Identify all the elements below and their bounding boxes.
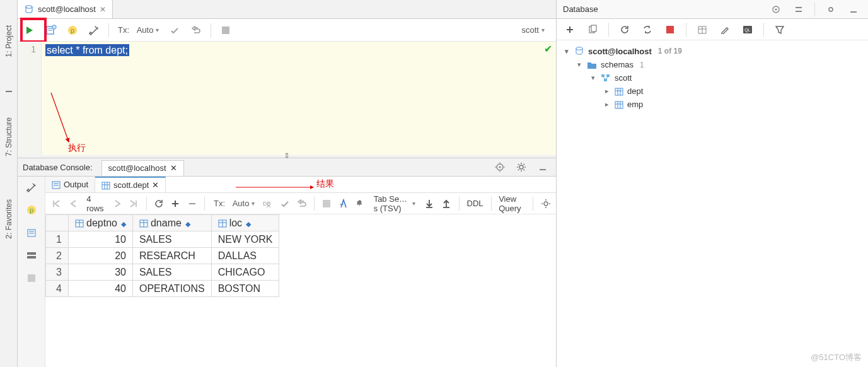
folder-icon [587, 61, 597, 69]
close-icon[interactable]: ✕ [100, 5, 106, 14]
parameters-button[interactable]: p [64, 22, 81, 38]
params-icon[interactable]: p [23, 202, 40, 218]
wrench-icon[interactable] [23, 179, 40, 195]
commit-button[interactable] [166, 22, 183, 38]
chevron-down-icon[interactable]: ▾ [576, 61, 583, 69]
close-icon[interactable]: ✕ [152, 180, 159, 190]
table-row[interactable]: 110SALESNEW YORK [46, 231, 279, 248]
add-row-button[interactable] [170, 195, 182, 212]
filter-icon[interactable] [772, 21, 788, 38]
new-datasource-button[interactable] [562, 21, 578, 38]
sidebar-project[interactable]: 1: Project [0, 0, 17, 82]
ddl-button[interactable]: DDL [467, 199, 483, 208]
stop-icon[interactable] [662, 21, 678, 38]
results-grid[interactable]: deptno◆ dname◆ loc◆ 110SALESNEW YORK220R… [45, 214, 556, 367]
svg-rect-77 [666, 26, 674, 33]
rollback-button[interactable] [188, 22, 204, 38]
duplicate-icon[interactable] [584, 21, 601, 38]
stop-button[interactable] [217, 22, 234, 38]
tab-output[interactable]: Output [45, 177, 95, 192]
col-dname[interactable]: dname◆ [132, 215, 211, 231]
compare-icon[interactable] [337, 195, 349, 212]
sidebar-structure[interactable]: 7: Structure [0, 96, 17, 178]
col-loc[interactable]: loc◆ [211, 215, 279, 231]
tree-schemas[interactable]: ▾ schemas 1 [562, 58, 863, 71]
db-commit-icon[interactable]: DB [262, 195, 274, 212]
chevron-right-icon[interactable]: ▸ [603, 100, 611, 108]
console-tab[interactable]: scott@localhost ✕ [101, 160, 184, 176]
split-resize[interactable]: ⇕ [18, 155, 556, 158]
tx-mode-select[interactable]: Tx: Auto ▾ [115, 25, 161, 35]
cell-loc[interactable]: BOSTON [211, 281, 279, 297]
prev-page-button[interactable] [67, 195, 79, 212]
svg-point-83 [576, 47, 582, 50]
view-query-button[interactable]: View Query [499, 194, 525, 213]
stop-icon[interactable] [321, 195, 333, 212]
cell-loc[interactable]: NEW YORK [211, 231, 279, 248]
table-row[interactable]: 440OPERATIONSBOSTON [46, 281, 279, 297]
cell-loc[interactable]: DALLAS [211, 248, 279, 264]
refresh-icon[interactable] [616, 21, 633, 38]
cell-dname[interactable]: RESEARCH [132, 248, 211, 264]
edit-icon[interactable] [717, 21, 733, 38]
delete-row-button[interactable] [187, 195, 199, 212]
editor-tab[interactable]: scott@localhost ✕ [18, 0, 113, 18]
minimize-icon[interactable] [0, 82, 17, 96]
sql-editor[interactable]: 1 select * from dept; ✔ 执行 [18, 42, 556, 155]
table-view-icon[interactable] [694, 21, 710, 38]
commit-icon[interactable] [279, 195, 291, 212]
cell-dname[interactable]: OPERATIONS [132, 281, 211, 297]
pin-icon[interactable] [354, 195, 366, 212]
chevron-down-icon[interactable]: ▾ [563, 47, 570, 55]
chevron-down-icon[interactable]: ▾ [589, 74, 597, 82]
table-row[interactable]: 330SALESCHICAGO [46, 264, 279, 281]
row-number: 2 [46, 248, 69, 264]
table-row[interactable]: 220RESEARCHDALLAS [46, 248, 279, 264]
gear-icon[interactable] [541, 195, 551, 212]
settings-button[interactable] [86, 22, 102, 38]
svg-rect-9 [222, 26, 229, 34]
sidebar-favorites[interactable]: 2: Favorites [0, 178, 17, 260]
last-page-button[interactable] [128, 195, 140, 212]
database-tree[interactable]: ▾ scott@localhost 1 of 19 ▾ schemas 1 ▾ … [557, 40, 868, 367]
console-icon[interactable]: QL [739, 21, 756, 38]
tab-result[interactable]: scott.dept ✕ [95, 177, 166, 192]
tree-table[interactable]: ▸dept [562, 84, 863, 98]
close-icon[interactable]: ✕ [170, 163, 177, 173]
run-button[interactable] [21, 22, 38, 38]
sync-icon[interactable] [639, 21, 656, 38]
tree-table[interactable]: ▸emp [562, 98, 863, 111]
first-page-button[interactable] [50, 195, 62, 212]
cell-loc[interactable]: CHICAGO [211, 264, 279, 281]
export-down-icon[interactable] [424, 195, 434, 212]
cell-deptno[interactable]: 10 [69, 231, 133, 248]
locate-icon[interactable] [492, 159, 508, 175]
schema-select[interactable]: scott ▾ [519, 25, 547, 35]
refresh-button[interactable] [153, 195, 165, 212]
gear-icon[interactable] [513, 159, 529, 175]
import-up-icon[interactable] [441, 195, 451, 212]
cell-deptno[interactable]: 30 [69, 264, 133, 281]
tree-schema[interactable]: ▾ scott [562, 71, 863, 84]
cell-dname[interactable]: SALES [132, 264, 211, 281]
next-page-button[interactable] [112, 195, 124, 212]
export-format-select[interactable]: Tab Se…s (TSV) ▾ [371, 194, 419, 213]
cell-deptno[interactable]: 20 [69, 248, 133, 264]
cell-deptno[interactable]: 40 [69, 281, 133, 297]
svg-line-25 [524, 164, 525, 165]
col-deptno[interactable]: deptno◆ [69, 215, 133, 231]
rollback-icon[interactable] [296, 195, 308, 212]
cell-dname[interactable]: SALES [132, 231, 211, 248]
gear-icon[interactable] [823, 1, 839, 18]
tree-root[interactable]: ▾ scott@localhost 1 of 19 [562, 44, 863, 58]
chevron-right-icon[interactable]: ▸ [603, 87, 611, 95]
results-tx-select[interactable]: Tx: Auto ▾ [211, 199, 257, 208]
hide-icon[interactable] [845, 1, 862, 18]
output-icon[interactable] [23, 224, 40, 241]
explain-plan-button[interactable] [43, 22, 59, 38]
hide-icon[interactable] [535, 159, 551, 175]
locate-icon[interactable] [768, 1, 784, 18]
collapse-icon[interactable] [790, 1, 807, 18]
svg-rect-47 [323, 200, 330, 207]
layout-icon[interactable] [23, 247, 40, 264]
